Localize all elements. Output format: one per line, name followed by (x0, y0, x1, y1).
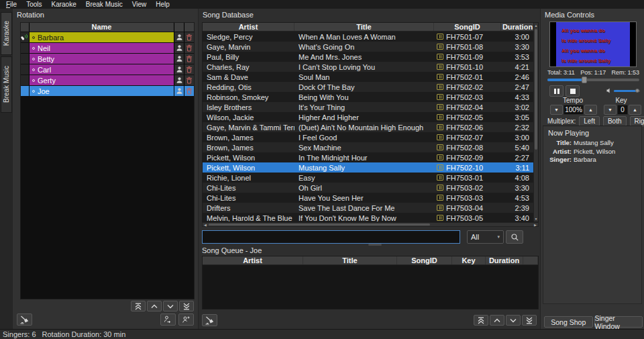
rotation-move-top-button[interactable] (131, 301, 146, 311)
song-row[interactable]: Gaye, Marvin & Tammi Terrell(Duet) Ain't… (203, 122, 538, 132)
column-header-songid[interactable]: SongID (434, 23, 501, 31)
song-row[interactable]: Paul, BillyMe And Mrs. JonesFH7501-093:5… (203, 52, 538, 62)
queue-column-header-duration[interactable]: Duration (486, 256, 523, 264)
clear-queue-button[interactable] (202, 314, 217, 326)
song-row[interactable]: Pickett, WilsonMustang SallyFH7502-103:1… (203, 162, 538, 173)
key-down-button[interactable]: ▼ (604, 105, 616, 115)
column-header-artist[interactable]: Artist (203, 23, 294, 31)
singer-delete-button[interactable] (184, 43, 194, 53)
menu-view[interactable]: View (127, 0, 152, 9)
singer-info-button[interactable] (174, 75, 184, 85)
song-row[interactable]: Robinson, SmokeyBeing With YouFH7502-034… (203, 92, 538, 102)
progress-handle[interactable] (582, 77, 587, 83)
singer-delete-button[interactable] (184, 54, 194, 64)
singer-info-button[interactable] (174, 54, 184, 64)
queue-move-bottom-button[interactable] (522, 315, 537, 326)
scrollbar-thumb[interactable] (209, 224, 430, 226)
clear-rotation-button[interactable] (17, 313, 32, 326)
rotation-singer-row[interactable]: Joe (21, 86, 194, 96)
scroll-right-arrow-icon[interactable]: ▶ (533, 223, 538, 226)
scroll-left-arrow-icon[interactable]: ◀ (203, 223, 208, 226)
song-row[interactable]: Charles, RayI Can't Stop Loving YouFH750… (203, 62, 538, 72)
queue-column-header-songid[interactable]: SongID (397, 256, 452, 264)
queue-column-header-key[interactable]: Key (452, 256, 486, 264)
menu-tools[interactable]: Tools (21, 0, 46, 9)
queue-move-down-button[interactable] (506, 315, 521, 326)
song-row[interactable]: Sam & DaveSoul ManFH7502-012:46 (203, 72, 538, 82)
singer-window-button[interactable]: Singer Window (594, 316, 643, 328)
pause-button[interactable] (549, 85, 564, 97)
queue-move-top-button[interactable] (474, 315, 488, 326)
tempo-down-button[interactable]: ▼ (550, 105, 563, 115)
menu-karaoke[interactable]: Karaoke (46, 0, 80, 9)
song-row[interactable]: Brown, JamesSex MachineFH7502-085:40 (203, 142, 538, 152)
volume-slider[interactable] (614, 90, 640, 92)
rotation-action-buttons (160, 313, 194, 326)
song-id-text: FH7501-08 (446, 43, 483, 51)
stop-button[interactable] (566, 85, 580, 97)
scroll-up-arrow-icon[interactable]: ▲ (534, 23, 538, 28)
queue-column-header-artist[interactable]: Artist (203, 256, 303, 264)
now-playing-artist-row: Artist: Pickett, Wilson (543, 148, 641, 156)
song-row[interactable]: Chi-LitesOh GirlFH7503-023:30 (203, 183, 538, 193)
add-singer-button[interactable] (178, 313, 194, 326)
singer-info-button[interactable] (174, 86, 184, 96)
search-filter-select[interactable]: All ▾ (467, 230, 504, 244)
song-row[interactable]: Isley BrothersIt's Your ThingFH7502-043:… (203, 102, 538, 112)
song-row[interactable]: Wilson, JackieHigher And HigherFH7502-05… (203, 112, 538, 122)
tempo-up-button[interactable]: ▲ (584, 105, 597, 115)
song-row[interactable]: DriftersSave The Last Dance For MeFH7503… (203, 203, 538, 213)
trash-icon (186, 44, 193, 52)
song-row[interactable]: Brown, JamesI Feel GoodFH7502-073:00 (203, 132, 538, 142)
singer-delete-button[interactable] (184, 86, 194, 96)
song-row[interactable]: Richie, LionelEasyFH7503-014:08 (203, 173, 538, 183)
scrollbar-thumb[interactable] (535, 29, 537, 150)
rotation-move-bottom-button[interactable] (179, 301, 194, 311)
singer-delete-button[interactable] (184, 32, 194, 42)
song-row[interactable]: Redding, OtisDock Of The BayFH7502-022:4… (203, 82, 538, 92)
queue-column-header-title[interactable]: Title (303, 256, 397, 264)
singer-delete-button[interactable] (184, 75, 194, 85)
volume-handle[interactable] (635, 89, 639, 93)
scroll-down-arrow-icon[interactable]: ▼ (534, 216, 538, 222)
playback-position-slider[interactable] (547, 79, 639, 81)
song-row[interactable]: Pickett, WilsonIn The Midnight HourFH750… (203, 152, 538, 162)
song-row[interactable]: Melvin, Harold & The Blue ...If You Don'… (203, 213, 538, 222)
column-header-title[interactable]: Title (294, 23, 434, 31)
rotation-move-down-button[interactable] (163, 301, 178, 311)
tab-karaoke[interactable]: Karaoke (1, 12, 12, 55)
rotation-singer-row[interactable]: Gerty (21, 75, 194, 85)
rotation-singer-row[interactable]: Barbara (21, 32, 194, 42)
song-row[interactable]: Gaye, MarvinWhat's Going OnFH7501-083:30 (203, 42, 538, 52)
cdg-disc-icon (437, 205, 443, 211)
multiplex-both-button[interactable]: Both (603, 116, 627, 126)
menu-break-music[interactable]: Break Music (81, 0, 127, 9)
song-row[interactable]: Chi-LitesHave You Seen HerFH7503-034:53 (203, 193, 538, 203)
chevron-down-icon (509, 318, 517, 324)
song-search-input[interactable] (202, 230, 460, 244)
search-button[interactable] (506, 230, 523, 244)
queue-move-up-button[interactable] (490, 315, 504, 326)
key-up-button[interactable]: ▲ (629, 105, 641, 115)
singer-delete-button[interactable] (184, 64, 194, 75)
menu-file[interactable]: File (1, 0, 21, 9)
microphone-icon (21, 34, 29, 41)
vertical-scrollbar[interactable]: ▲ ▼ (533, 23, 538, 222)
panel-splitter-handle[interactable] (368, 244, 382, 246)
multiplex-left-button[interactable]: Left (579, 116, 600, 126)
tab-break-music[interactable]: Break Music (1, 56, 12, 113)
rotation-singer-row[interactable]: Neil (21, 43, 194, 53)
multiplex-right-button[interactable]: Right (630, 116, 644, 126)
song-row[interactable]: Sledge, PercyWhen A Man Loves A WomanFH7… (203, 32, 538, 42)
horizontal-scrollbar[interactable]: ◀ ▶ (202, 222, 539, 227)
rotation-singer-row[interactable]: Carl (21, 64, 194, 75)
singer-info-button[interactable] (174, 64, 184, 75)
rotation-singer-row[interactable]: Betty (21, 54, 194, 64)
menu-help[interactable]: Help (151, 0, 174, 9)
singer-info-button[interactable] (174, 43, 184, 53)
singer-info-button[interactable] (174, 32, 184, 42)
column-header-duration[interactable]: Duration (501, 23, 535, 31)
singer-skip-button[interactable] (160, 313, 176, 326)
song-shop-button[interactable]: Song Shop (544, 316, 593, 328)
rotation-move-up-button[interactable] (147, 301, 162, 311)
